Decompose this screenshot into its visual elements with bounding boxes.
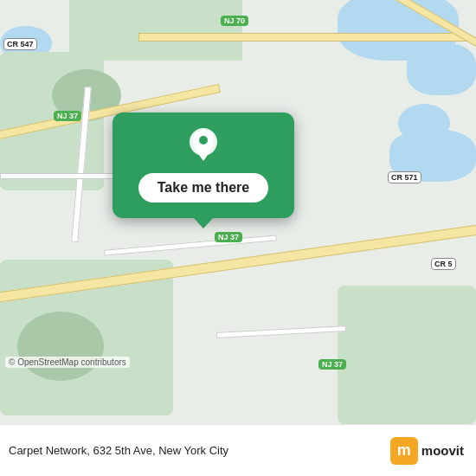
location-pin-icon [184,126,222,164]
dark-green-area [17,312,104,381]
svg-point-1 [199,136,208,145]
road-badge-nj37a: NJ 37 [54,111,81,121]
green-area [338,286,476,424]
map-area: CR 547 NJ 70 NJ 37 NJ 37 NJ 37 CR 571 CR… [0,0,476,424]
road-badge-nj37b: NJ 37 [215,232,242,242]
road-badge-cr5: CR 5 [431,258,456,270]
water-area [407,43,476,95]
moovit-icon: m [390,437,418,465]
road-badge-cr571: CR 571 [388,171,421,183]
road-badge-nj37c: NJ 37 [318,359,346,370]
road-badge-nj70: NJ 70 [221,16,248,26]
bottom-bar: Carpet Network, 632 5th Ave, New York Ci… [0,424,476,476]
take-me-there-button[interactable]: Take me there [138,173,268,203]
moovit-wordmark: moovit [421,443,464,458]
location-popup: Take me there [113,113,294,218]
location-label: Carpet Network, 632 5th Ave, New York Ci… [9,444,390,457]
moovit-logo: m moovit [390,437,464,465]
road-nj70 [138,33,467,42]
map-attribution: © OpenStreetMap contributors [5,357,130,368]
road-badge-cr547: CR 547 [3,38,37,50]
